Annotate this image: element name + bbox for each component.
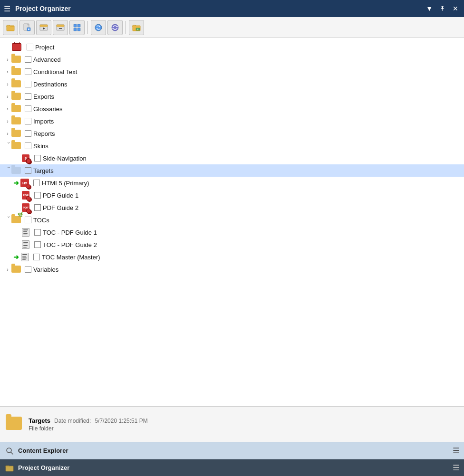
checkbox-side-navigation[interactable]	[34, 155, 41, 162]
project-briefcase-icon	[11, 42, 22, 52]
folder-icon-exports	[11, 93, 21, 100]
tree-item-advanced[interactable]: › Advanced	[0, 53, 464, 66]
title-bar-controls: ▼ 🖈 ✕	[424, 4, 460, 13]
folder-icon-advanced	[11, 56, 21, 63]
dropdown-btn[interactable]: ▼	[424, 4, 435, 13]
grid-view-button[interactable]	[69, 20, 85, 35]
folder-icon-conditional-text	[11, 68, 21, 76]
content-explorer-panel[interactable]: Content Explorer ☰	[0, 442, 464, 459]
html5-file-icon: H5	[20, 178, 29, 188]
remove-button[interactable]	[53, 20, 68, 35]
status-date-label: Date modified:	[54, 418, 91, 424]
open-folder-button[interactable]	[129, 20, 144, 35]
new-item-button[interactable]	[19, 20, 35, 35]
content-explorer-label: Content Explorer	[18, 447, 453, 454]
tree-item-side-navigation[interactable]: S Side-Navigation	[0, 152, 464, 164]
svg-rect-10	[57, 25, 64, 27]
tree-item-exports[interactable]: › Exports	[0, 90, 464, 103]
arrow-icon-html5: ➜	[13, 179, 19, 187]
folder-icon-variables	[11, 266, 21, 273]
checkbox-toc-pdf-guide-2[interactable]	[34, 241, 41, 248]
menu-icon[interactable]: ☰	[4, 4, 10, 13]
expand-btn-imports[interactable]: ›	[4, 117, 11, 125]
checkbox-project[interactable]	[27, 44, 33, 50]
refresh-button[interactable]	[91, 20, 106, 35]
checkbox-exports[interactable]	[25, 93, 31, 100]
toc-file-icon-2	[21, 240, 30, 249]
checkbox-toc-master[interactable]	[33, 254, 40, 260]
tree-item-skins[interactable]: › Skins	[0, 140, 464, 152]
checkbox-pdf-guide-1[interactable]	[34, 192, 41, 199]
checkbox-glossaries[interactable]	[25, 105, 31, 112]
checkbox-advanced[interactable]	[25, 56, 31, 63]
tree-item-tocs[interactable]: › TOCs	[0, 214, 464, 226]
checkbox-conditional-text[interactable]	[25, 68, 31, 75]
checkbox-pdf-guide-2[interactable]	[34, 204, 41, 211]
tree-item-reports[interactable]: › Reports	[0, 127, 464, 140]
expand-btn-destinations[interactable]: ›	[4, 80, 11, 88]
pdf-guide-2-label: PDF Guide 2	[43, 204, 78, 211]
expand-btn-conditional-text[interactable]: ›	[4, 68, 11, 76]
status-bar: Targets Date modified: 5/7/2020 1:25:51 …	[0, 406, 464, 442]
checkbox-tocs[interactable]	[25, 217, 31, 223]
tree-item-imports[interactable]: › Imports	[0, 115, 464, 127]
content-explorer-icon	[5, 446, 14, 456]
tree-item-destinations[interactable]: › Destinations	[0, 78, 464, 90]
expand-btn-glossaries[interactable]: ›	[4, 105, 11, 113]
checkbox-toc-pdf-guide-1[interactable]	[34, 229, 41, 236]
project-label: Project	[35, 44, 54, 51]
tree-item-variables[interactable]: › Variables	[0, 263, 464, 276]
expand-btn-targets[interactable]: ›	[4, 167, 11, 174]
content-explorer-menu-icon[interactable]: ☰	[453, 446, 459, 455]
folder-icon-targets	[11, 167, 21, 174]
destinations-label: Destinations	[33, 81, 68, 88]
folder-icon-reports	[11, 130, 21, 137]
targets-label: Targets	[33, 167, 54, 174]
tree-item-toc-pdf-guide-2[interactable]: TOC - PDF Guide 2	[0, 238, 464, 251]
expand-btn-advanced[interactable]: ›	[4, 56, 11, 63]
expand-btn-exports[interactable]: ›	[4, 93, 11, 100]
tree-area: Project › Advanced › Conditional Text › …	[0, 38, 464, 406]
glossaries-label: Glossaries	[33, 105, 62, 113]
checkbox-reports[interactable]	[25, 130, 31, 137]
checkbox-variables[interactable]	[25, 266, 31, 273]
checkbox-destinations[interactable]	[25, 81, 31, 87]
tree-item-pdf-guide-2[interactable]: PDF PDF Guide 2	[0, 201, 464, 214]
checkbox-targets[interactable]	[25, 167, 31, 174]
reports-label: Reports	[33, 130, 55, 137]
skins-label: Skins	[33, 143, 48, 150]
tree-item-targets[interactable]: › Targets	[0, 164, 464, 177]
project-organizer-panel[interactable]: Project Organizer ☰	[0, 459, 464, 476]
tree-item-toc-pdf-guide-1[interactable]: TOC - PDF Guide 1	[0, 226, 464, 238]
pdf-file-icon-1: PDF	[21, 190, 30, 200]
close-btn[interactable]: ✕	[451, 4, 460, 13]
toolbar	[0, 17, 464, 38]
folder-icon-tocs	[11, 216, 21, 224]
tree-item-conditional-text[interactable]: › Conditional Text	[0, 66, 464, 78]
project-organizer-menu-icon[interactable]: ☰	[453, 463, 459, 472]
tree-item-toc-master[interactable]: ➜ TOC Master (Master)	[0, 251, 464, 263]
toc-pdf-guide-1-label: TOC - PDF Guide 1	[43, 229, 97, 236]
checkbox-imports[interactable]	[25, 118, 31, 124]
checkbox-html5[interactable]	[33, 180, 40, 186]
skin-file-icon: S	[21, 154, 30, 162]
add-button[interactable]	[36, 20, 51, 35]
main-area: Project › Advanced › Conditional Text › …	[0, 38, 464, 442]
tree-item-glossaries[interactable]: › Glossaries	[0, 103, 464, 115]
pin-btn[interactable]: 🖈	[437, 4, 448, 13]
project-organizer-label: Project Organizer	[18, 464, 453, 471]
expand-btn-tocs[interactable]: ›	[4, 216, 11, 224]
refresh-all-button[interactable]	[107, 20, 123, 35]
expand-btn-skins[interactable]: ›	[4, 142, 11, 150]
checkbox-skins[interactable]	[25, 143, 31, 149]
toc-file-icon-1	[21, 228, 30, 237]
tree-item-pdf-guide-1[interactable]: PDF PDF Guide 1	[0, 189, 464, 201]
new-folder-button[interactable]	[3, 20, 18, 35]
expand-btn-variables[interactable]: ›	[4, 266, 11, 273]
svg-point-17	[112, 24, 118, 31]
status-date-value: 5/7/2020 1:25:51 PM	[95, 418, 147, 424]
pdf-guide-1-label: PDF Guide 1	[43, 192, 78, 199]
expand-btn-reports[interactable]: ›	[4, 130, 11, 137]
tree-item-project[interactable]: Project	[0, 41, 464, 53]
tree-item-html5-primary[interactable]: ➜ H5 HTML5 (Primary)	[0, 177, 464, 189]
